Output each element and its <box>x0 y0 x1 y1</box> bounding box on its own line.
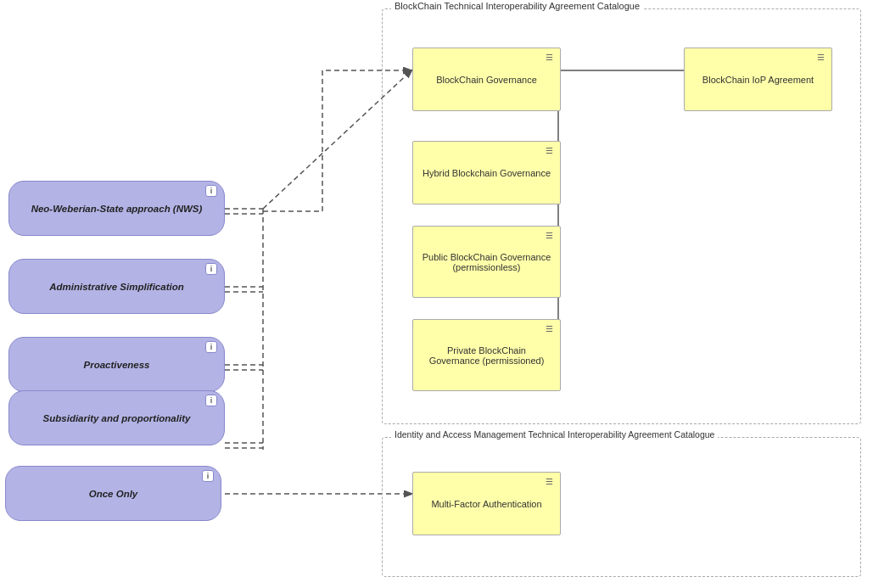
info-icon-nws: i <box>205 185 217 197</box>
blockchain-catalogue: BlockChain Technical Interoperability Ag… <box>382 8 861 424</box>
public-bc-box: ☰ Public BlockChain Governance (permissi… <box>412 226 561 298</box>
private-bc-icon: ☰ <box>546 324 553 333</box>
mfa-box: ☰ Multi-Factor Authentication <box>412 472 561 535</box>
bc-governance-box: ☰ BlockChain Governance <box>412 48 561 111</box>
bc-governance-icon: ☰ <box>546 53 553 62</box>
hybrid-bc-icon: ☰ <box>546 146 553 155</box>
info-icon-proactive: i <box>205 341 217 353</box>
private-bc-box: ☰ Private BlockChain Governance (permiss… <box>412 319 561 391</box>
hybrid-bc-box: ☰ Hybrid Blockchain Governance <box>412 141 561 204</box>
info-icon-admin: i <box>205 263 217 275</box>
iam-catalogue-title: Identity and Access Management Technical… <box>391 429 718 440</box>
blockchain-catalogue-title: BlockChain Technical Interoperability Ag… <box>391 1 643 11</box>
iam-catalogue: Identity and Access Management Technical… <box>382 437 861 577</box>
bc-iop-box: ☰ BlockChain IoP Agreement <box>684 48 832 111</box>
public-bc-icon: ☰ <box>546 231 553 240</box>
bc-iop-icon: ☰ <box>817 53 825 62</box>
principle-proactive: i Proactiveness <box>8 337 225 392</box>
info-icon-onceonly: i <box>202 470 214 482</box>
principle-nws: i Neo-Weberian-State approach (NWS) <box>8 181 225 236</box>
info-icon-subsidiarity: i <box>205 395 217 406</box>
principle-admin: i Administrative Simplification <box>8 259 225 314</box>
principle-subsidiarity: i Subsidiarity and proportionality <box>8 390 225 445</box>
diagram-canvas: i Neo-Weberian-State approach (NWS) i Ad… <box>0 0 873 588</box>
mfa-icon: ☰ <box>546 477 553 486</box>
principle-onceonly: i Once Only <box>5 466 221 521</box>
